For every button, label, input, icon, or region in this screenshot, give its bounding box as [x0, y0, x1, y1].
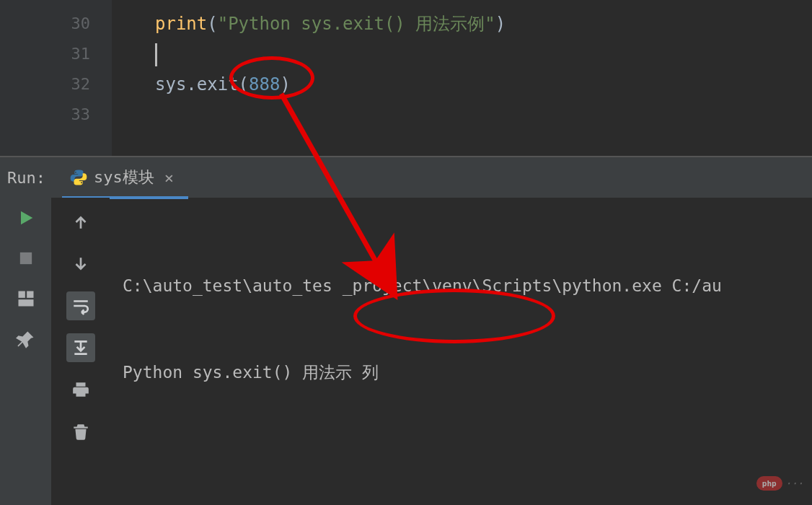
- run-tab-name: sys模块: [94, 167, 154, 188]
- watermark: php ···: [756, 476, 803, 491]
- code-token: ): [495, 14, 506, 34]
- stop-icon[interactable]: [16, 248, 36, 268]
- svg-rect-3: [18, 299, 33, 306]
- code-line[interactable]: sys.exit(888): [155, 69, 812, 100]
- code-token: sys.exit(: [155, 74, 249, 95]
- run-tab[interactable]: sys模块 ×: [62, 157, 188, 198]
- watermark-text: ···: [785, 478, 803, 489]
- console-line: C:\auto_test\auto_tes _project\venv\Scri…: [123, 271, 812, 300]
- run-tool-strip: [0, 198, 52, 505]
- line-number: 33: [0, 100, 112, 130]
- scroll-up-icon[interactable]: [66, 208, 95, 237]
- console-line: Process finished with exit code 888: [123, 502, 812, 505]
- code-line[interactable]: [155, 39, 812, 69]
- code-line[interactable]: [155, 100, 812, 130]
- code-editor[interactable]: 30313233 print("Python sys.exit() 用法示例")…: [0, 0, 812, 156]
- run-panel-label: Run:: [0, 169, 62, 187]
- code-token: (: [207, 14, 217, 34]
- code-token: print: [155, 14, 207, 34]
- soft-wrap-icon[interactable]: [66, 291, 95, 320]
- rerun-icon[interactable]: [16, 208, 36, 228]
- pin-icon[interactable]: [16, 329, 36, 349]
- text-caret: [155, 43, 157, 66]
- console-output[interactable]: C:\auto_test\auto_tes _project\venv\Scri…: [123, 214, 812, 505]
- line-number: 32: [0, 69, 112, 100]
- svg-rect-2: [27, 291, 33, 298]
- print-icon[interactable]: [66, 375, 95, 404]
- line-gutter: 30313233: [0, 0, 112, 156]
- svg-rect-0: [19, 252, 31, 264]
- run-header: Run: sys模块 ×: [0, 157, 812, 198]
- code-token: ): [280, 74, 290, 95]
- code-area[interactable]: print("Python sys.exit() 用法示例")sys.exit(…: [112, 0, 812, 156]
- scroll-down-icon[interactable]: [66, 250, 95, 278]
- run-tool-window: Run: sys模块 ×: [0, 157, 812, 505]
- scroll-to-end-icon[interactable]: [66, 333, 95, 362]
- code-token: 888: [249, 74, 280, 95]
- svg-rect-1: [18, 291, 25, 298]
- line-number: 31: [0, 39, 112, 69]
- code-line[interactable]: print("Python sys.exit() 用法示例"): [155, 9, 812, 39]
- close-icon[interactable]: ×: [164, 169, 174, 187]
- line-number: 30: [0, 9, 112, 39]
- console-controls: [52, 198, 110, 505]
- code-token: "Python sys.exit() 用法示例": [218, 14, 495, 34]
- layout-icon[interactable]: [16, 289, 36, 309]
- clear-icon[interactable]: [66, 417, 95, 446]
- watermark-badge: php: [756, 476, 782, 491]
- python-file-icon: [69, 168, 88, 187]
- console-line: Python sys.exit() 用法示 列: [123, 358, 812, 387]
